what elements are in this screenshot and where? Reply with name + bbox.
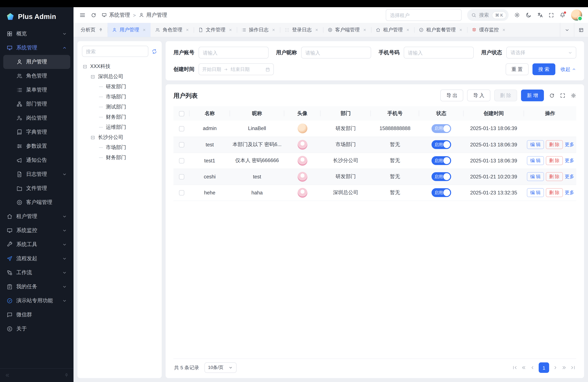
sidebar-collapse-button[interactable]	[5, 373, 10, 378]
phone-input[interactable]	[404, 47, 474, 59]
current-page[interactable]: 1	[539, 362, 549, 373]
tab-close-button[interactable]	[363, 28, 367, 32]
row-edit-button[interactable]: 编 辑	[527, 172, 544, 181]
sidebar-item-demo-features[interactable]: 演示站专用功能	[3, 294, 70, 308]
sidebar-item-file-mgmt[interactable]: 文件管理	[3, 181, 70, 195]
row-checkbox[interactable]	[179, 142, 184, 148]
table-settings-button[interactable]	[571, 93, 576, 98]
status-toggle[interactable]: 启用	[432, 188, 451, 197]
notifications-button[interactable]	[560, 12, 566, 18]
tree-refresh-button[interactable]	[152, 48, 157, 54]
pin-icon[interactable]	[99, 28, 103, 32]
tree-node[interactable]: 研发部门	[82, 82, 157, 92]
tree-node[interactable]: 运维部门	[82, 122, 157, 132]
sidebar-item-post-mgmt[interactable]: 岗位管理	[3, 111, 70, 125]
sidebar-item-dict-mgmt[interactable]: 字典管理	[3, 125, 70, 139]
first-page-button[interactable]	[512, 365, 517, 370]
tab-user-mgmt[interactable]: 用户管理	[107, 23, 151, 37]
menu-toggle-button[interactable]	[79, 12, 85, 18]
sidebar-pin-button[interactable]	[64, 373, 69, 378]
sidebar-item-system-mgmt[interactable]: 系统管理	[3, 41, 70, 55]
sidebar-item-wechat-group[interactable]: 微信群	[3, 308, 70, 322]
next-jump-button[interactable]	[562, 365, 567, 370]
breadcrumb-user-mgmt[interactable]: 用户管理	[139, 12, 167, 19]
sidebar-item-about[interactable]: 关于	[3, 322, 70, 336]
sidebar-item-log-mgmt[interactable]: 日志管理	[3, 167, 70, 181]
status-toggle[interactable]: 启用	[432, 124, 451, 133]
prev-jump-button[interactable]	[521, 365, 526, 370]
select-all-checkbox[interactable]	[179, 111, 184, 116]
sidebar-item-workflow[interactable]: 工作流	[3, 266, 70, 280]
language-button[interactable]	[537, 12, 543, 18]
tab-close-button[interactable]	[315, 28, 318, 32]
next-page-button[interactable]	[553, 365, 558, 370]
row-edit-button[interactable]: 编 辑	[527, 156, 544, 165]
tab-close-button[interactable]	[142, 28, 146, 32]
row-delete-button[interactable]: 删 除	[546, 188, 563, 197]
tab-tenant-mgmt[interactable]: 租户管理	[371, 23, 414, 37]
account-input[interactable]	[199, 47, 269, 59]
sidebar-item-process-start[interactable]: 流程发起	[3, 252, 70, 266]
tenant-select[interactable]	[386, 9, 462, 21]
tree-node[interactable]: 深圳总公司	[82, 72, 157, 82]
prev-page-button[interactable]	[530, 365, 535, 370]
breadcrumb-system-mgmt[interactable]: 系统管理	[102, 12, 130, 19]
sidebar-item-my-tasks[interactable]: 我的任务	[3, 280, 70, 294]
table-fullscreen-button[interactable]	[560, 93, 566, 98]
tab-role-mgmt[interactable]: 角色管理	[151, 23, 194, 37]
tab-close-button[interactable]	[186, 28, 189, 32]
sidebar-item-tenant-mgmt[interactable]: 租户管理	[3, 210, 70, 224]
tab-list-button[interactable]	[560, 23, 574, 37]
row-more-button[interactable]: 更多	[565, 190, 574, 195]
tab-close-button[interactable]	[272, 28, 275, 32]
collapse-filters-link[interactable]: 收起	[561, 66, 576, 72]
sidebar-item-sys-tools[interactable]: 系统工具	[3, 237, 70, 252]
tree-node[interactable]: XXX科技	[82, 62, 157, 72]
tab-login-log[interactable]: 登录日志	[280, 23, 323, 37]
row-delete-button[interactable]: 删 除	[546, 140, 563, 149]
status-select[interactable]: 请选择	[506, 47, 576, 59]
settings-button[interactable]	[514, 12, 520, 18]
tree-search-input[interactable]	[82, 46, 148, 57]
tab-cache-monitor[interactable]: 缓存监控	[467, 23, 510, 37]
tree-expander-icon[interactable]	[90, 74, 95, 79]
sidebar-item-param-settings[interactable]: 参数设置	[3, 139, 70, 153]
row-more-button[interactable]: 更多	[565, 142, 574, 147]
row-delete-button[interactable]: 删 除	[546, 172, 563, 181]
sidebar-item-role-mgmt[interactable]: 角色管理	[3, 69, 70, 83]
sidebar-item-dept-mgmt[interactable]: 部门管理	[3, 97, 70, 111]
row-checkbox[interactable]	[179, 126, 184, 131]
nickname-input[interactable]	[301, 47, 371, 59]
tree-expander-icon[interactable]	[83, 64, 87, 69]
profile-avatar[interactable]	[571, 9, 582, 21]
tree-node[interactable]: 财务部门	[82, 112, 157, 122]
tab-close-button[interactable]	[229, 28, 232, 32]
sidebar-item-client-mgmt[interactable]: 客户端管理	[3, 195, 70, 210]
import-button[interactable]: 导 入	[467, 89, 490, 101]
row-more-button[interactable]: 更多	[565, 158, 574, 163]
fullscreen-button[interactable]	[548, 12, 554, 18]
date-range-picker[interactable]: 开始日期 结束日期	[199, 64, 274, 75]
add-button[interactable]: 新 增	[521, 89, 544, 101]
tab-client-mgmt[interactable]: 客户端管理	[323, 23, 371, 37]
tree-node[interactable]: 财务部门	[82, 153, 157, 163]
reset-button[interactable]: 重 置	[505, 64, 528, 75]
tab-tools-button[interactable]	[574, 23, 588, 37]
status-toggle[interactable]: 启用	[432, 140, 451, 149]
sidebar-item-user-mgmt[interactable]: 用户管理	[3, 55, 70, 69]
tree-expander-icon[interactable]	[90, 135, 95, 140]
export-button[interactable]: 导 出	[441, 89, 463, 101]
tab-file-mgmt[interactable]: 文件管理	[194, 23, 237, 37]
tree-node[interactable]: 市场部门	[82, 143, 157, 153]
tab-close-button[interactable]	[502, 28, 506, 32]
delete-button[interactable]: 删 除	[494, 89, 517, 101]
search-button[interactable]: 搜 索	[532, 64, 555, 75]
row-checkbox[interactable]	[179, 158, 184, 164]
last-page-button[interactable]	[570, 365, 576, 370]
row-checkbox[interactable]	[179, 190, 184, 196]
sidebar-item-overview[interactable]: 概览	[3, 27, 70, 41]
sidebar-item-sys-monitor[interactable]: 系统监控	[3, 224, 70, 237]
status-toggle[interactable]: 启用	[432, 172, 451, 181]
row-edit-button[interactable]: 编 辑	[527, 140, 544, 149]
theme-toggle-button[interactable]	[525, 12, 531, 18]
